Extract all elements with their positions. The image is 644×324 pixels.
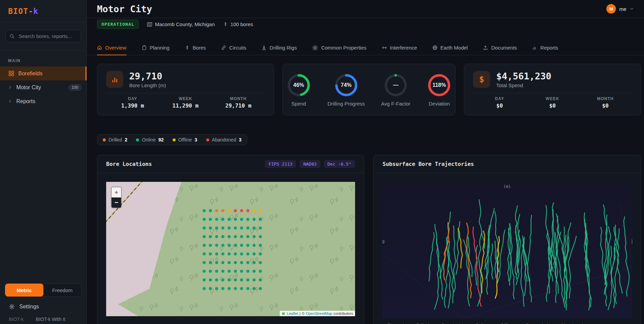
period-value: 11,290 m	[159, 102, 212, 109]
period-month: MONTH$0	[579, 96, 632, 109]
bore-dot-online	[240, 261, 243, 264]
bore-dot-online	[259, 235, 262, 238]
sidebar-item-borefields[interactable]: Borefields	[0, 66, 86, 80]
bore-trajectory	[429, 232, 434, 281]
user-name: me	[619, 6, 626, 12]
dollar-icon: $	[473, 71, 490, 88]
status-dot	[173, 138, 176, 141]
period-day: DAY1,390 m	[106, 96, 159, 109]
sidebar-item-reports[interactable]: Reports	[0, 94, 86, 108]
bore-dot-online	[234, 287, 237, 290]
status-label: Abandoned	[212, 137, 236, 142]
bore-dot-online	[202, 261, 206, 264]
bore-dot-online	[228, 218, 231, 221]
trajectory-legend-completed: Completed	[436, 323, 463, 324]
tab-drilling-rigs[interactable]: Drilling Rigs	[261, 41, 297, 55]
link-icon	[221, 45, 226, 50]
bore-dot-online	[221, 244, 225, 247]
leaflet-link[interactable]: Leaflet	[287, 311, 298, 316]
bore-locations-panel: Bore Locations FIPS 2113NAD83Dec -6.5°	[97, 155, 364, 324]
tab-interference[interactable]: Interference	[382, 41, 417, 55]
home-icon	[97, 45, 102, 50]
tab-overview[interactable]: Overview	[97, 41, 126, 55]
total-spend-card: $ $4,561,230 Total Spend DAY$0WEEK$0MONT…	[464, 64, 641, 115]
gauge-value: 74%	[334, 73, 359, 98]
sidebar-item-motor-city[interactable]: Motor City100	[0, 80, 86, 94]
bore-dot-online	[228, 287, 231, 290]
chart-icon	[532, 45, 537, 50]
tab-documents[interactable]: Documents	[483, 41, 517, 55]
logo-primary: BIOT-	[8, 7, 33, 16]
trajectory-status-legend: PlannedDrilledCompletedOnlineOfflineSusp…	[383, 323, 641, 324]
bore-dot-online	[209, 252, 212, 255]
bore-dot-online	[240, 218, 243, 221]
bore-trajectory	[624, 217, 629, 296]
sidebar-item-label: Reports	[16, 98, 35, 104]
search-input[interactable]	[5, 30, 81, 42]
bore-dot-online	[202, 226, 206, 229]
bore-dot-online	[246, 261, 249, 264]
zoom-in-button[interactable]: +	[112, 187, 121, 197]
osm-link[interactable]: OpenStreetMap	[306, 311, 332, 316]
tab-common-properties[interactable]: Common Properties	[312, 41, 366, 55]
bore-dot-online	[234, 278, 237, 281]
bore-dot-online	[215, 278, 218, 281]
bore-dot-online	[209, 261, 212, 264]
trajectory-legend-planned: Planned	[383, 323, 404, 324]
period-week: WEEK11,290 m	[159, 96, 212, 109]
bore-dot-online	[234, 226, 237, 229]
bar-chart-icon	[106, 71, 123, 88]
tab-label: Reports	[540, 45, 558, 51]
map-attribution: Leaflet | © OpenStreetMap contributors	[280, 311, 355, 316]
bore-dot-online	[221, 261, 225, 264]
bore-dot-online	[202, 287, 206, 290]
bore-dot-online	[228, 235, 231, 238]
bore-dot-online	[253, 226, 256, 229]
bore-locations-map[interactable]: + − Leaflet | © OpenStreetMap contributo…	[106, 182, 355, 316]
units-option-freedom[interactable]: Freedom	[43, 284, 82, 297]
bore-dot-online	[253, 218, 256, 221]
tab-label: Earth Model	[441, 45, 468, 51]
tab-earth-model[interactable]: Earth Model	[432, 41, 468, 55]
bore-length-value: 29,710	[129, 71, 166, 81]
gauge-deviation: 118% Deviation	[427, 73, 452, 107]
trajectories-panel: Subsurface Bore Trajectories (m) g ] Pla…	[373, 155, 641, 324]
gauge-value: —	[383, 73, 408, 98]
tab-reports[interactable]: Reports	[532, 41, 558, 55]
bore-dot-online	[246, 218, 249, 221]
bore-dot-online	[240, 252, 243, 255]
gauge-drilling-progress: 74% Drilling Progress	[328, 73, 365, 107]
bore-dot-online	[259, 226, 262, 229]
bore-dot-online	[215, 287, 218, 290]
zoom-out-button[interactable]: −	[112, 197, 121, 208]
trajectories-title: Subsurface Bore Trajectories	[383, 161, 474, 167]
bore-dot-online	[228, 270, 231, 273]
bore-length-card: 29,710 Bore Length (m) DAY1,390 mWEEK11,…	[97, 64, 274, 115]
user-menu[interactable]: M me	[606, 4, 634, 14]
bore-dot-online	[202, 244, 206, 247]
trajectories-3d-plot[interactable]: (m) g ]	[382, 182, 632, 319]
bore-dot-online	[234, 218, 237, 221]
total-spend-label: Total Spend	[496, 82, 551, 88]
status-label: Online	[142, 137, 155, 142]
units-option-metric[interactable]: Metric	[5, 284, 43, 297]
bore-locations-title: Bore Locations	[106, 161, 152, 167]
sidebar-section-label: MAIN	[0, 50, 86, 66]
attribution-copyright: ©	[302, 311, 305, 316]
gauge-value: 46%	[286, 73, 311, 98]
tab-bores[interactable]: Bores	[185, 41, 206, 55]
bore-dot-online	[228, 278, 231, 281]
bore-dot-offline	[228, 209, 231, 212]
tab-circuits[interactable]: Circuits	[221, 41, 246, 55]
crs-badge: NAD83	[299, 160, 320, 168]
tab-planning[interactable]: Planning	[142, 41, 170, 55]
legend-label: Drilled	[416, 323, 429, 324]
bore-dot-online	[228, 226, 231, 229]
map-zoom-control: + −	[111, 187, 122, 208]
tab-label: Circuits	[229, 45, 246, 51]
bore-trajectory	[495, 236, 499, 298]
bore-dot-online	[259, 244, 262, 247]
tab-bar: OverviewPlanningBoresCircuitsDrilling Ri…	[87, 41, 644, 55]
bore-length-periods: DAY1,390 mWEEK11,290 mMONTH29,710 m	[106, 96, 265, 109]
sidebar-item-settings[interactable]: Settings	[5, 297, 82, 314]
